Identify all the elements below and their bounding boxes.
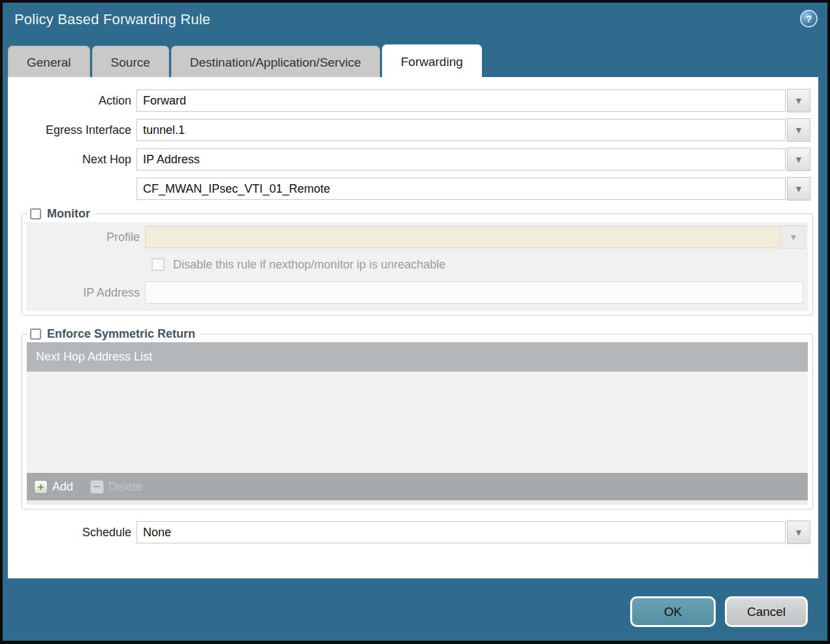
delete-button: − Delete (90, 480, 142, 494)
dialog-title: Policy Based Forwarding Rule (14, 11, 210, 28)
schedule-dropdown-icon[interactable]: ▼ (787, 521, 810, 544)
symmetric-return-legend-label: Enforce Symmetric Return (47, 327, 195, 341)
profile-dropdown-icon: ▼ (782, 225, 805, 249)
table-bottom-strip (27, 500, 808, 505)
tab-forwarding[interactable]: Forwarding (382, 44, 482, 78)
action-label: Action (8, 94, 136, 108)
action-select[interactable]: Forward (136, 89, 786, 112)
add-button-label: Add (52, 480, 73, 494)
pbf-rule-dialog: Policy Based Forwarding Rule ? General S… (0, 0, 830, 644)
profile-select (145, 226, 780, 248)
delete-icon: − (90, 480, 104, 494)
delete-button-label: Delete (108, 480, 142, 494)
monitor-legend-label: Monitor (47, 207, 90, 221)
next-hop-address-row: CF_MWAN_IPsec_VTI_01_Remote ▼ (8, 178, 818, 200)
next-hop-address-dropdown-icon[interactable]: ▼ (787, 177, 810, 201)
next-hop-address-select[interactable]: CF_MWAN_IPsec_VTI_01_Remote (136, 178, 786, 200)
tab-destination-application-service[interactable]: Destination/Application/Service (171, 46, 380, 78)
monitor-ip-input (145, 282, 803, 304)
add-icon: + (34, 480, 48, 494)
egress-interface-select[interactable]: tunnel.1 (136, 119, 786, 141)
schedule-select[interactable]: None (136, 521, 786, 543)
monitor-ip-label: IP Address (26, 286, 145, 300)
ok-button[interactable]: OK (630, 596, 716, 627)
tab-source[interactable]: Source (92, 46, 169, 78)
egress-interface-row: Egress Interface tunnel.1 ▼ (8, 119, 818, 141)
enforce-symmetric-return-checkbox[interactable] (30, 329, 41, 340)
forwarding-tab-panel: Action Forward ▼ Egress Interface tunnel… (8, 77, 818, 579)
schedule-label: Schedule (8, 526, 136, 539)
disable-rule-label: Disable this rule if nexthop/monitor ip … (173, 258, 445, 272)
monitor-ip-row: IP Address (26, 282, 808, 304)
monitor-inner-panel: Profile ▼ Disable this rule if nexthop/m… (26, 222, 808, 311)
action-dropdown-icon[interactable]: ▼ (787, 89, 810, 112)
enforce-symmetric-return-section: Enforce Symmetric Return Next Hop Addres… (22, 327, 813, 509)
next-hop-type-dropdown-icon[interactable]: ▼ (787, 148, 810, 171)
next-hop-row: Next Hop IP Address ▼ (8, 148, 818, 170)
next-hop-label: Next Hop (8, 153, 136, 167)
cancel-button[interactable]: Cancel (725, 596, 808, 627)
monitor-legend: Monitor (28, 207, 95, 221)
action-row: Action Forward ▼ (8, 89, 818, 112)
egress-interface-dropdown-icon[interactable]: ▼ (787, 118, 810, 142)
next-hop-address-list-table: Next Hop Address List + Add − Delete (27, 342, 808, 505)
help-icon[interactable]: ? (800, 10, 818, 27)
disable-rule-checkbox (152, 258, 165, 271)
profile-row: Profile ▼ (26, 226, 808, 248)
schedule-row: Schedule None ▼ (8, 521, 818, 543)
next-hop-address-list-body (27, 372, 808, 473)
next-hop-address-list-toolbar: + Add − Delete (27, 473, 808, 500)
next-hop-address-list-header: Next Hop Address List (27, 342, 808, 372)
egress-interface-label: Egress Interface (8, 123, 136, 137)
tab-bar: General Source Destination/Application/S… (8, 44, 484, 78)
next-hop-type-select[interactable]: IP Address (136, 148, 786, 170)
monitor-section: Monitor Profile ▼ Disable this rule if n… (22, 207, 813, 315)
monitor-checkbox[interactable] (30, 208, 41, 219)
profile-label: Profile (26, 231, 145, 244)
symmetric-return-legend: Enforce Symmetric Return (28, 327, 200, 341)
tab-general[interactable]: General (8, 46, 90, 78)
add-button[interactable]: + Add (34, 480, 73, 494)
disable-rule-row: Disable this rule if nexthop/monitor ip … (152, 256, 808, 273)
